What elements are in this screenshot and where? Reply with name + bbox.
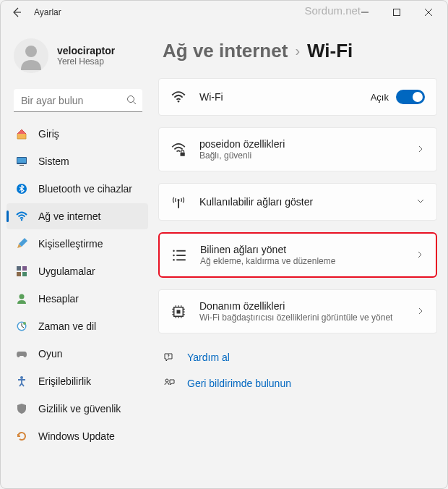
card-subtitle: Bağlı, güvenli bbox=[199, 150, 403, 161]
sidebar-item-personalization[interactable]: Kişiselleştirme bbox=[7, 231, 148, 257]
sidebar-item-network[interactable]: Ağ ve internet bbox=[7, 203, 148, 229]
sidebar-item-privacy[interactable]: Gizlilik ve güvenlik bbox=[7, 396, 148, 422]
hardware-properties-card[interactable]: Donanım özellikleri Wi-Fi bağdaştırıcısı… bbox=[158, 289, 437, 333]
svg-point-12 bbox=[20, 294, 25, 299]
sidebar-item-system[interactable]: Sistem bbox=[7, 148, 148, 174]
close-icon bbox=[425, 9, 432, 16]
available-networks-card[interactable]: Kullanılabilir ağları göster bbox=[158, 183, 437, 221]
sidebar-item-bluetooth[interactable]: Bluetooth ve cihazlar bbox=[7, 176, 148, 202]
back-arrow-icon bbox=[11, 7, 22, 18]
svg-point-22 bbox=[173, 259, 175, 261]
chevron-right-icon bbox=[416, 306, 425, 318]
svg-point-15 bbox=[23, 322, 26, 325]
help-feedback[interactable]: Geri bildirimde bulunun bbox=[163, 377, 433, 390]
user-subtitle: Yerel Hesap bbox=[57, 56, 115, 67]
sidebar-item-label: Bluetooth ve cihazlar bbox=[38, 183, 132, 195]
sidebar-item-time[interactable]: Zaman ve dil bbox=[7, 313, 148, 339]
svg-point-21 bbox=[173, 254, 175, 256]
breadcrumb-parent[interactable]: Ağ ve internet bbox=[163, 40, 288, 62]
card-title: Donanım özellikleri bbox=[199, 300, 403, 312]
sidebar-item-label: Ağ ve internet bbox=[38, 211, 100, 222]
svg-point-2 bbox=[128, 96, 134, 103]
wifi-lock-icon bbox=[171, 142, 186, 158]
svg-point-20 bbox=[173, 250, 175, 252]
accessibility-icon bbox=[15, 375, 28, 388]
card-texts: Donanım özellikleri Wi-Fi bağdaştırıcısı… bbox=[199, 300, 403, 323]
maximize-icon bbox=[393, 9, 400, 16]
sidebar-item-accessibility[interactable]: Erişilebilirlik bbox=[7, 368, 148, 394]
sidebar-item-update[interactable]: Windows Update bbox=[7, 423, 148, 449]
svg-rect-11 bbox=[22, 272, 27, 276]
help-links: Yardım al Geri bildirimde bulunun bbox=[158, 338, 437, 403]
watermark-text: Sordum.net bbox=[304, 4, 361, 17]
help-icon bbox=[163, 351, 176, 364]
svg-point-25 bbox=[168, 358, 169, 359]
account-icon bbox=[15, 292, 28, 305]
svg-rect-24 bbox=[177, 310, 181, 313]
card-title: Bilinen ağları yönet bbox=[200, 244, 402, 255]
known-networks-card[interactable]: Bilinen ağları yönet Ağ ekleme, kaldırma… bbox=[158, 232, 437, 278]
sidebar-item-label: Gizlilik ve güvenlik bbox=[38, 403, 121, 414]
sidebar-item-label: Hesaplar bbox=[38, 293, 79, 305]
help-get-help[interactable]: Yardım al bbox=[163, 351, 433, 364]
sidebar-item-label: Zaman ve dil bbox=[38, 320, 96, 332]
card-subtitle: Wi-Fi bağdaştırıcısı özelliklerini görün… bbox=[199, 312, 403, 323]
sidebar-item-label: Windows Update bbox=[38, 430, 115, 442]
user-block[interactable]: velociraptor Yerel Hesap bbox=[7, 35, 150, 82]
system-icon bbox=[15, 155, 28, 168]
window-title: Ayarlar bbox=[34, 7, 61, 17]
avatar bbox=[14, 38, 48, 73]
shield-icon bbox=[15, 402, 28, 415]
sidebar-item-label: Oyun bbox=[38, 348, 62, 360]
sidebar-item-label: Giriş bbox=[38, 128, 59, 140]
sidebar-item-label: Sistem bbox=[38, 156, 69, 167]
update-icon bbox=[15, 430, 28, 443]
svg-rect-9 bbox=[22, 266, 27, 271]
card-right: Açık bbox=[371, 90, 425, 104]
sidebar-item-gaming[interactable]: Oyun bbox=[7, 341, 148, 367]
svg-point-26 bbox=[165, 379, 168, 382]
back-button[interactable] bbox=[4, 1, 30, 24]
svg-rect-5 bbox=[20, 165, 24, 166]
home-icon bbox=[15, 127, 28, 140]
toggle-status: Açık bbox=[371, 92, 389, 103]
sidebar-item-accounts[interactable]: Hesaplar bbox=[7, 286, 148, 312]
search-icon bbox=[126, 95, 137, 107]
titlebar: Ayarlar Sordum.net bbox=[1, 1, 447, 24]
help-link-text: Yardım al bbox=[187, 352, 230, 363]
sidebar-item-home[interactable]: Giriş bbox=[7, 121, 148, 147]
avatar-icon bbox=[17, 41, 46, 70]
sidebar-item-label: Uygulamalar bbox=[38, 265, 95, 277]
sidebar-item-label: Erişilebilirlik bbox=[38, 375, 91, 387]
apps-icon bbox=[15, 265, 28, 278]
maximize-button[interactable] bbox=[381, 1, 413, 24]
wifi-icon bbox=[15, 210, 28, 223]
user-texts: velociraptor Yerel Hesap bbox=[57, 45, 115, 67]
sidebar: velociraptor Yerel Hesap Giriş Sistem bbox=[1, 24, 152, 488]
chevron-right-icon bbox=[416, 144, 425, 156]
bluetooth-icon bbox=[15, 182, 28, 195]
sidebar-item-label: Kişiselleştirme bbox=[38, 238, 103, 250]
breadcrumb: Ağ ve internet › Wi-Fi bbox=[158, 40, 437, 62]
sidebar-item-apps[interactable]: Uygulamalar bbox=[7, 258, 148, 284]
svg-rect-0 bbox=[394, 9, 400, 16]
svg-point-17 bbox=[178, 101, 180, 103]
wifi-toggle-card[interactable]: Wi-Fi Açık bbox=[158, 78, 437, 116]
card-texts: Wi-Fi bbox=[199, 91, 358, 103]
breadcrumb-current: Wi-Fi bbox=[307, 40, 353, 62]
card-title: Kullanılabilir ağları göster bbox=[199, 196, 403, 208]
feedback-icon bbox=[163, 377, 176, 390]
search-input[interactable] bbox=[14, 89, 142, 112]
game-icon bbox=[15, 347, 28, 360]
svg-point-1 bbox=[25, 46, 37, 57]
settings-window: Ayarlar Sordum.net velociraptor Yerel He bbox=[0, 0, 448, 489]
wifi-properties-card[interactable]: poseidon özellikleri Bağlı, güvenli bbox=[158, 127, 437, 171]
close-button[interactable] bbox=[413, 1, 444, 24]
card-texts: Bilinen ağları yönet Ağ ekleme, kaldırma… bbox=[200, 244, 402, 266]
svg-point-7 bbox=[21, 219, 22, 221]
minimize-icon bbox=[361, 9, 369, 16]
svg-point-19 bbox=[178, 199, 180, 201]
wifi-toggle[interactable] bbox=[396, 90, 425, 104]
card-texts: Kullanılabilir ağları göster bbox=[199, 196, 403, 208]
chevron-right-icon: › bbox=[295, 43, 300, 59]
